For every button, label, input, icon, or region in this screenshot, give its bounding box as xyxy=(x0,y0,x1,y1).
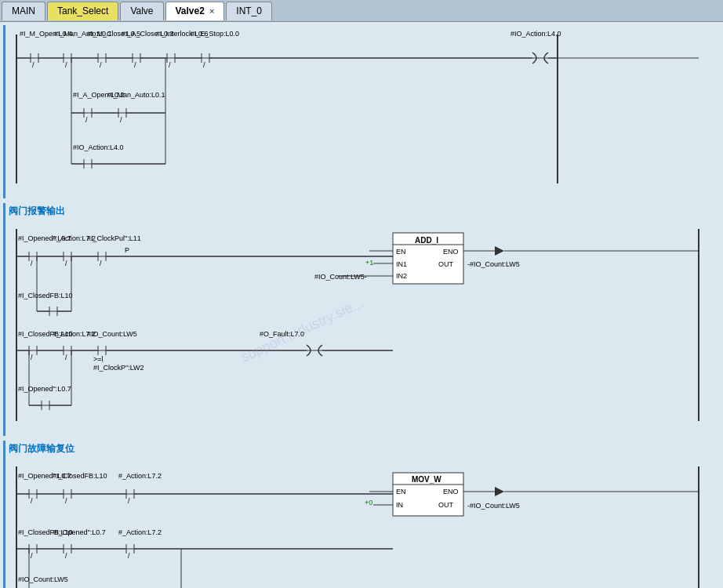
svg-text:#I_Opened":L0.7: #I_Opened":L0.7 xyxy=(18,385,71,393)
svg-text:ENO: ENO xyxy=(443,488,459,495)
svg-text:IN: IN xyxy=(396,501,403,509)
svg-text:#I_ClockP":LW2: #I_ClockP":LW2 xyxy=(93,364,144,372)
svg-text:ENO: ENO xyxy=(443,248,459,256)
svg-text:/: / xyxy=(134,61,136,69)
tab-valve[interactable]: Valve xyxy=(120,2,163,20)
svg-text:/: / xyxy=(100,260,102,267)
svg-text:/: / xyxy=(31,497,33,505)
tab-int0[interactable]: INT_0 xyxy=(226,2,272,20)
section3-label: 阀门故障输复位 xyxy=(9,442,720,456)
svg-text:/: / xyxy=(128,552,130,560)
svg-text:#IO_Action:L4.0: #IO_Action:L4.0 xyxy=(73,143,124,151)
tab-tank-select[interactable]: Tank_Select xyxy=(47,2,118,20)
svg-text:/: / xyxy=(31,260,33,267)
section1: #I_M_Open:L0.4 / #I_Man_Auto:L0.1 / #I_M… xyxy=(3,25,720,198)
svg-text:#_Action:L7.2: #_Action:L7.2 xyxy=(118,528,162,536)
svg-text:/: / xyxy=(31,354,33,361)
svg-text:#I_Man_Auto:L0.1: #I_Man_Auto:L0.1 xyxy=(107,91,165,99)
svg-text:#IO_Count:LW5-: #IO_Count:LW5- xyxy=(314,273,367,281)
section3-diagram: #I_Opened":L0.7 / #I_ClosedFB:L10 / #_Ac… xyxy=(9,459,720,588)
svg-text:OUT: OUT xyxy=(438,260,454,268)
svg-text:EN: EN xyxy=(396,488,406,495)
svg-text:-#IO_Count:LW5: -#IO_Count:LW5 xyxy=(467,260,520,268)
svg-text:/: / xyxy=(65,260,67,267)
section3-svg: #I_Opened":L0.7 / #I_ClosedFB:L10 / #_Ac… xyxy=(9,459,714,588)
svg-text:+1: +1 xyxy=(365,259,373,267)
svg-text:/: / xyxy=(203,61,205,69)
section2-svg: #I_Opened":L0.7 / #_Action:L7.2 / #I_Clo… xyxy=(9,221,714,433)
svg-text:/: / xyxy=(128,497,130,505)
svg-text:IN2: IN2 xyxy=(396,272,407,280)
svg-text:#I_E_Stop:L0.0: #I_E_Stop:L0.0 xyxy=(191,30,239,38)
svg-text:#IO_Count:LW5: #IO_Count:LW5 xyxy=(18,575,68,583)
svg-text:/: / xyxy=(65,552,67,560)
svg-text:#I_ClosedFB:L10: #I_ClosedFB:L10 xyxy=(53,472,107,480)
svg-text:/: / xyxy=(169,61,171,69)
svg-marker-100 xyxy=(495,246,504,256)
svg-text:MOV_W: MOV_W xyxy=(412,475,441,484)
svg-text:EN: EN xyxy=(396,248,406,256)
tab-close-icon[interactable]: × xyxy=(209,6,214,16)
section3: 阀门故障输复位 #I_Opened":L0.7 / #I_ClosedFB:L1… xyxy=(3,441,720,588)
svg-text:/: / xyxy=(100,61,102,69)
svg-text:/: / xyxy=(32,61,35,69)
content-area: #I_M_Open:L0.4 / #I_Man_Auto:L0.1 / #I_M… xyxy=(0,22,723,588)
section2-label: 阀门报警输出 xyxy=(9,205,720,218)
svg-text:#I_ClosedFB:L10: #I_ClosedFB:L10 xyxy=(18,292,73,299)
svg-text:#IO_Action:L4.0: #IO_Action:L4.0 xyxy=(510,30,561,38)
tab-bar: MAIN Tank_Select Valve Valve2 × INT_0 xyxy=(0,0,723,22)
svg-text:/: / xyxy=(120,116,122,124)
svg-text:+0: +0 xyxy=(365,499,372,506)
svg-text:/: / xyxy=(85,116,88,124)
svg-text:-#IO_Count:LW5: -#IO_Count:LW5 xyxy=(467,502,520,510)
svg-text:OUT: OUT xyxy=(438,501,454,509)
svg-text:/: / xyxy=(65,497,67,505)
tab-main[interactable]: MAIN xyxy=(2,2,45,20)
section1-svg: #I_M_Open:L0.4 / #I_Man_Auto:L0.1 / #I_M… xyxy=(9,27,714,195)
svg-text:#IO_Count:LW5: #IO_Count:LW5 xyxy=(87,330,137,338)
svg-text:#I_Opened":L0.7: #I_Opened":L0.7 xyxy=(53,528,106,536)
section1-diagram: #I_M_Open:L0.4 / #I_Man_Auto:L0.1 / #I_M… xyxy=(9,27,720,197)
svg-text:support.industry.sie...: support.industry.sie... xyxy=(238,295,365,365)
svg-text:P: P xyxy=(125,246,129,254)
svg-text:IN1: IN1 xyxy=(396,260,407,268)
tab-valve2[interactable]: Valve2 × xyxy=(165,2,225,20)
svg-text:/: / xyxy=(65,354,67,361)
section2: 阀门报警输出 #I_Opened":L0.7 / #_Action:L7.2 xyxy=(3,203,720,436)
svg-text:/: / xyxy=(31,552,33,560)
svg-text:#_Action:L7.2: #_Action:L7.2 xyxy=(118,472,162,480)
svg-text:>=l: >=l xyxy=(93,355,104,363)
svg-text:/: / xyxy=(65,61,67,69)
svg-text:ADD_I: ADD_I xyxy=(415,236,438,245)
svg-text:#I_ClockPul":L11: #I_ClockPul":L11 xyxy=(87,234,141,242)
section2-diagram: #I_Opened":L0.7 / #_Action:L7.2 / #I_Clo… xyxy=(9,221,720,434)
svg-marker-177 xyxy=(495,487,504,496)
